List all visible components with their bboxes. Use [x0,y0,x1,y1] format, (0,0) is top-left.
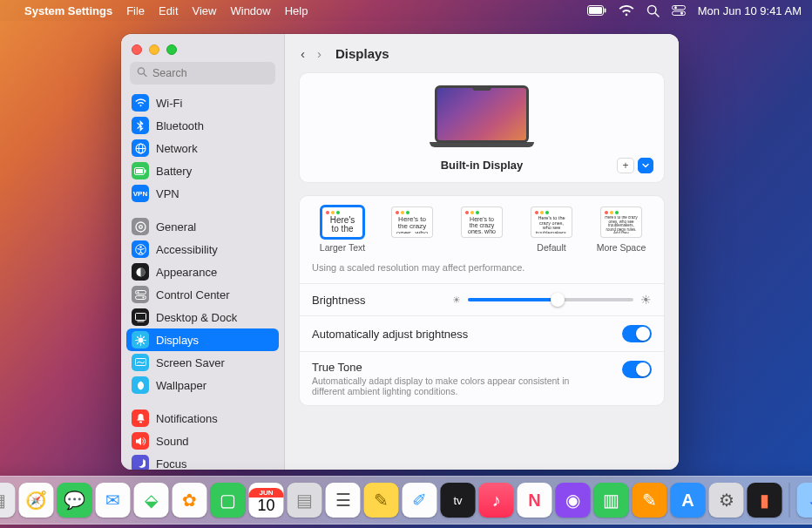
battery-icon[interactable] [587,5,606,16]
dock-launchpad[interactable]: ▦ [0,483,16,518]
sidebar-item-battery[interactable]: Battery [126,159,279,182]
dock-safari[interactable]: 🧭 [19,483,54,518]
dock-mail[interactable]: ✉ [96,483,131,518]
dock-freeform[interactable]: ✐ [403,483,437,518]
sidebar-item-label: Wallpaper [156,379,206,392]
resolution-thumb-icon: Here's to the crazy ones, who see troubl… [531,206,572,238]
dock-maps[interactable]: ⬙ [134,483,169,518]
svg-rect-2 [604,9,606,13]
dock-facetime[interactable]: ▢ [211,483,246,518]
dock-settings[interactable]: ⚙ [709,483,744,518]
dock-reminders[interactable]: ☰ [326,483,361,518]
dock-downloads[interactable]: ⬇ [797,483,813,518]
menu-view[interactable]: View [193,4,217,17]
dock-contacts[interactable]: ▤ [288,483,322,518]
menu-file[interactable]: File [126,4,145,17]
search-input[interactable] [130,62,275,85]
svg-rect-15 [136,169,143,173]
sidebar-item-desktop-dock[interactable]: Desktop & Dock [126,306,279,328]
dock-iphone-mirroring[interactable]: ▮ [748,483,782,518]
sidebar-item-label: Bluetooth [156,119,204,132]
add-display-button[interactable]: + [617,158,634,173]
bat-icon [132,162,149,179]
svg-point-17 [136,222,145,232]
svg-point-28 [138,337,143,342]
sidebar-item-accessibility[interactable]: Accessibility [126,238,279,261]
svg-rect-26 [135,313,145,320]
zoom-window-button[interactable] [166,44,177,55]
resolution-option-2[interactable]: Here's to the crazy ones, who see troubl… [382,206,443,254]
auto-brightness-toggle[interactable] [622,325,652,342]
resolution-option-5[interactable]: Here's to the crazy ones, who see troubl… [591,206,652,254]
dock-pages[interactable]: ✎ [633,483,667,518]
menu-window[interactable]: Window [230,4,270,17]
sidebar-item-label: Accessibility [156,243,218,256]
sidebar-item-wi-fi[interactable]: Wi-Fi [126,91,279,114]
resolution-option-3[interactable]: Here's to the crazy ones, who see troubl… [451,206,512,254]
svg-rect-22 [135,290,145,294]
menu-help[interactable]: Help [285,4,308,17]
sidebar-item-control-center[interactable]: Control Center [126,283,279,306]
svg-line-4 [655,13,659,17]
settings-window: Wi-FiBluetoothNetworkBatteryVPNVPNGenera… [121,34,679,470]
sidebar-item-bluetooth[interactable]: Bluetooth [126,114,279,137]
dock-calendar[interactable]: JUN10 [249,483,284,518]
builtin-display-thumbnail[interactable] [430,85,534,153]
sidebar-item-displays[interactable]: Displays [126,328,279,351]
dock-numbers[interactable]: ▥ [594,483,629,518]
sidebar-item-vpn[interactable]: VPNVPN [126,182,279,205]
resolution-option-1[interactable]: Here's to the crazy ones, who see troubl… [312,206,373,254]
acc-icon [132,240,149,258]
control-center-icon[interactable] [672,5,686,16]
dock-podcasts[interactable]: ◉ [556,483,591,518]
dock-news[interactable]: N [518,483,552,518]
menubar-clock[interactable]: Mon Jun 10 9:41 AM [698,4,802,17]
snd-icon [132,432,149,450]
svg-point-9 [138,68,144,74]
sidebar-item-notifications[interactable]: Notifications [126,407,279,430]
sidebar-item-label: General [156,220,196,234]
dock-tv[interactable]: tv [441,483,476,518]
sidebar-item-screen-saver[interactable]: Screen Saver [126,351,279,374]
dock-notes[interactable]: ✎ [364,483,399,518]
dock-appstore[interactable]: A [671,483,706,518]
sidebar-item-general[interactable]: General [126,215,279,238]
dock-music[interactable]: ♪ [479,483,514,518]
appr-icon [132,263,149,281]
sidebar-item-wallpaper[interactable]: Wallpaper [126,374,279,396]
cc-icon [132,286,149,303]
close-window-button[interactable] [132,44,142,55]
sidebar-item-label: Wi-Fi [156,97,182,110]
minimize-window-button[interactable] [149,44,159,55]
true-tone-toggle[interactable] [622,361,652,378]
svg-line-34 [143,342,144,343]
spotlight-icon[interactable] [646,4,660,17]
resolution-option-label: More Space [591,242,652,254]
disp-icon [132,331,149,349]
dock-messages[interactable]: 💬 [58,483,92,518]
resolution-option-label [451,242,512,254]
menu-edit[interactable]: Edit [159,4,178,17]
brightness-slider[interactable] [468,298,633,301]
sidebar-item-label: Network [156,142,198,155]
sidebar-item-focus[interactable]: Focus [126,452,279,470]
sidebar-item-label: Notifications [156,412,218,425]
wifi-icon[interactable] [619,5,634,17]
sidebar-item-appearance[interactable]: Appearance [126,261,279,283]
gear-icon [132,218,149,235]
back-button[interactable]: ‹ [297,44,308,63]
dock-photos[interactable]: ✿ [173,483,207,518]
settings-panel: Here's to the crazy ones, who see troubl… [299,195,665,406]
forward-button[interactable]: › [314,44,325,63]
app-menu[interactable]: System Settings [24,4,112,17]
true-tone-row: True Tone Automatically adapt display to… [300,351,664,405]
resolution-option-4[interactable]: Here's to the crazy ones, who see troubl… [521,206,582,254]
wifi-icon [132,94,149,112]
svg-line-35 [137,342,138,343]
sidebar-item-sound[interactable]: Sound [126,430,279,452]
display-options-dropdown[interactable] [638,158,653,173]
resolution-option-label [382,242,443,254]
dock: ☺▦🧭💬✉⬙✿▢JUN10▤☰✎✐tv♪N◉▥✎A⚙▮⬇🗑 [0,476,812,525]
net-icon [132,139,149,157]
sidebar-item-network[interactable]: Network [126,137,279,159]
